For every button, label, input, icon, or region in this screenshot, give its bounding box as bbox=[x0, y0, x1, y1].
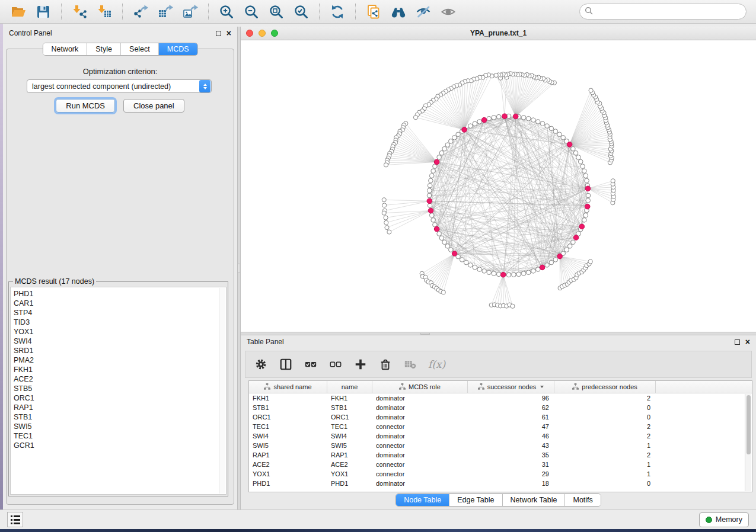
splitter-grip[interactable] bbox=[420, 333, 430, 335]
mcds-result-item[interactable]: ACE2 bbox=[14, 374, 226, 384]
memory-label: Memory bbox=[716, 515, 742, 524]
table-row[interactable]: FKH1FKH1dominator962 bbox=[249, 393, 752, 403]
table-cell-predecessor-nodes: 1 bbox=[554, 461, 656, 468]
add-column-icon[interactable] bbox=[353, 357, 368, 371]
deselect-all-checkboxes-icon[interactable] bbox=[328, 357, 343, 371]
mcds-result-list[interactable]: PHD1CAR1STP4TID3YOX1SWI4SRD1PMA2FKH1ACE2… bbox=[10, 287, 227, 495]
table-row[interactable]: TEC1TEC1connector472 bbox=[249, 422, 752, 431]
table-row[interactable]: RAP1RAP1dominator352 bbox=[249, 450, 752, 460]
zoom-selected-icon[interactable] bbox=[292, 3, 310, 21]
node-table-body: FKH1FKH1dominator962STB1STB1dominator620… bbox=[249, 393, 752, 488]
mcds-result-item[interactable]: GCR1 bbox=[14, 441, 226, 450]
clone-network-icon[interactable] bbox=[365, 3, 382, 21]
criterion-dropdown[interactable]: largest connected component (undirected) bbox=[27, 79, 212, 93]
delete-columns-icon[interactable] bbox=[378, 357, 393, 371]
table-row[interactable]: SWI5SWI5connector431 bbox=[249, 441, 752, 450]
open-file-icon[interactable] bbox=[9, 3, 27, 21]
mcds-result-item[interactable]: STB1 bbox=[14, 412, 226, 422]
mcds-result-item[interactable]: PHD1 bbox=[14, 289, 226, 299]
table-cell-name: ACE2 bbox=[327, 461, 372, 468]
run-mcds-button[interactable]: Run MCDS bbox=[56, 99, 115, 113]
toolbar-separator bbox=[122, 4, 123, 20]
memory-button[interactable]: Memory bbox=[699, 512, 749, 527]
mcds-result-item[interactable]: TEC1 bbox=[14, 431, 226, 441]
mcds-result-item[interactable]: SRD1 bbox=[14, 346, 226, 355]
tab-style[interactable]: Style bbox=[87, 43, 121, 55]
refresh-icon[interactable] bbox=[328, 3, 346, 21]
settings-gear-icon[interactable] bbox=[254, 357, 268, 371]
task-history-button[interactable] bbox=[7, 512, 23, 527]
tab-mcds[interactable]: MCDS bbox=[159, 43, 197, 55]
tab-node-table[interactable]: Node Table bbox=[396, 494, 449, 506]
close-panel-icon[interactable]: × bbox=[227, 31, 231, 36]
table-cell-mcds-role: dominator bbox=[372, 414, 468, 421]
table-scrollbar-thumb[interactable] bbox=[747, 395, 751, 454]
mcds-result-item[interactable]: YOX1 bbox=[14, 327, 226, 336]
mcds-result-item[interactable]: SWI4 bbox=[14, 336, 226, 346]
mcds-result-item[interactable]: PMA2 bbox=[14, 355, 226, 365]
tab-network[interactable]: Network bbox=[43, 43, 87, 55]
splitter-grip[interactable] bbox=[238, 264, 240, 273]
zoom-out-icon[interactable] bbox=[243, 3, 260, 21]
mcds-result-item[interactable]: RAP1 bbox=[14, 403, 226, 412]
tab-select[interactable]: Select bbox=[121, 43, 159, 55]
import-table-icon[interactable] bbox=[95, 3, 113, 21]
column-header-name[interactable]: name bbox=[327, 381, 372, 393]
mcds-result-item[interactable]: CAR1 bbox=[14, 299, 226, 308]
close-panel-icon[interactable]: × bbox=[745, 339, 750, 345]
tab-network-table[interactable]: Network Table bbox=[503, 494, 566, 506]
table-cell-successor-nodes: 35 bbox=[468, 451, 554, 459]
network-window-title: YPA_prune.txt_1 bbox=[241, 29, 756, 37]
hide-graphics-details-icon[interactable] bbox=[414, 3, 432, 21]
tab-edge-table[interactable]: Edge Table bbox=[449, 494, 502, 506]
mcds-result-item[interactable]: STB5 bbox=[14, 384, 226, 393]
float-panel-icon[interactable] bbox=[735, 339, 740, 345]
table-row[interactable]: YOX1YOX1connector291 bbox=[249, 469, 752, 479]
mcds-list-scrollbar[interactable] bbox=[219, 288, 225, 493]
table-cell-shared-name: SWI5 bbox=[249, 442, 327, 449]
column-header-mcds-role[interactable]: MCDS role bbox=[372, 381, 468, 393]
table-cell-predecessor-nodes: 2 bbox=[554, 432, 656, 440]
node-table[interactable]: shared name name MCDS role successor nod… bbox=[248, 380, 752, 492]
table-scrollbar[interactable] bbox=[745, 394, 751, 491]
search-neighbors-icon[interactable] bbox=[390, 3, 407, 21]
import-network-icon[interactable] bbox=[71, 3, 88, 21]
close-panel-button[interactable]: Close panel bbox=[123, 99, 184, 113]
table-cell-mcds-role: connector bbox=[372, 423, 468, 430]
tab-motifs[interactable]: Motifs bbox=[565, 494, 600, 506]
table-row[interactable]: SWI4SWI4dominator462 bbox=[249, 431, 752, 441]
table-row[interactable]: PHD1PHD1dominator180 bbox=[249, 479, 752, 488]
zoom-fit-icon[interactable] bbox=[267, 3, 285, 21]
zoom-in-icon[interactable] bbox=[218, 3, 235, 21]
network-canvas[interactable] bbox=[241, 40, 756, 332]
search-box[interactable] bbox=[579, 4, 747, 20]
table-toolbar: f(x) bbox=[245, 351, 752, 378]
select-all-checkboxes-icon[interactable] bbox=[304, 357, 318, 371]
table-cell-shared-name: FKH1 bbox=[249, 395, 327, 402]
save-session-icon[interactable] bbox=[34, 3, 52, 21]
table-row[interactable]: ORC1ORC1dominator610 bbox=[249, 412, 752, 422]
mcds-result-item[interactable]: SWI5 bbox=[14, 422, 226, 431]
export-network-icon[interactable] bbox=[132, 3, 149, 21]
network-graph[interactable] bbox=[241, 40, 756, 332]
export-image-icon[interactable] bbox=[181, 3, 199, 21]
table-cell-successor-nodes: 29 bbox=[468, 470, 554, 477]
column-type-icon bbox=[399, 383, 406, 391]
table-row[interactable]: STB1STB1dominator620 bbox=[249, 403, 752, 412]
float-panel-icon[interactable] bbox=[216, 31, 221, 36]
table-row[interactable]: ACE2ACE2connector311 bbox=[249, 460, 752, 469]
toolbar-separator bbox=[319, 4, 320, 20]
column-header-successor-nodes[interactable]: successor nodes bbox=[468, 381, 554, 393]
show-column-icon[interactable] bbox=[279, 357, 293, 371]
mcds-result-item[interactable]: STP4 bbox=[14, 308, 226, 318]
show-graphics-details-icon[interactable] bbox=[439, 3, 457, 21]
export-table-icon[interactable] bbox=[157, 3, 174, 21]
mcds-result-item[interactable]: ORC1 bbox=[14, 393, 226, 403]
mcds-result-item[interactable]: FKH1 bbox=[14, 365, 226, 374]
search-input[interactable] bbox=[596, 8, 741, 16]
network-window-titlebar[interactable]: YPA_prune.txt_1 bbox=[241, 27, 756, 40]
column-header-shared-name[interactable]: shared name bbox=[249, 381, 327, 393]
table-cell-mcds-role: dominator bbox=[372, 480, 468, 487]
mcds-result-item[interactable]: TID3 bbox=[14, 318, 226, 327]
column-header-predecessor-nodes[interactable]: predecessor nodes bbox=[554, 381, 656, 393]
